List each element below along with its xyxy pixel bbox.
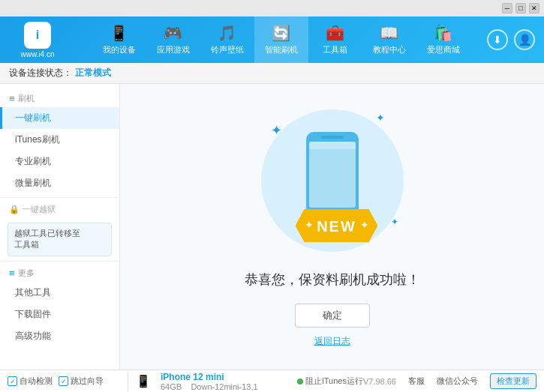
nav-mall-icon: 🛍️ [434, 24, 452, 42]
svg-text:✦: ✦ [359, 219, 368, 231]
svg-text:NEW: NEW [317, 218, 356, 235]
content-area: NEW ✦ ✦ ✦ ✦ ✦ 恭喜您，保资料刷机成功啦！ 确定 返回日志 [120, 84, 544, 370]
svg-rect-3 [321, 136, 344, 139]
nav-flash-label: 智能刷机 [265, 44, 298, 55]
version-text: V7.98.66 [363, 377, 396, 386]
itunes-status-label: 阻止iTunes运行 [305, 376, 363, 387]
nav-toolbox-icon: 🧰 [326, 24, 344, 42]
device-icon: 📱 [136, 374, 151, 388]
nav-device-label: 我的设备 [103, 44, 136, 55]
nav-apps-icon: 🎮 [164, 24, 182, 42]
green-dot-icon [297, 379, 303, 385]
nav-apps-games[interactable]: 🎮 应用游戏 [146, 16, 200, 63]
sparkle-3: ✦ [391, 217, 398, 227]
skip-wizard-check-icon: ✓ [59, 376, 68, 386]
user-button[interactable]: 👤 [514, 29, 535, 50]
sidebar-item-advanced[interactable]: 高级功能 [0, 325, 119, 347]
confirm-button[interactable]: 确定 [295, 304, 370, 328]
bottom-right: V7.98.66 客服 微信公众号 检查更新 [363, 373, 536, 389]
lock-icon: 🔒 [9, 205, 20, 214]
download-button[interactable]: ⬇ [487, 29, 508, 50]
status-bar: 设备连接状态： 正常模式 [0, 63, 544, 84]
customer-service-link[interactable]: 客服 [408, 376, 425, 387]
status-value: 正常模式 [75, 67, 111, 79]
sidebar-more-label: 更多 [18, 268, 35, 279]
nav-apps-label: 应用游戏 [157, 44, 190, 55]
sidebar-note: 越狱工具已转移至工具箱 [8, 223, 112, 256]
nav-ringtones[interactable]: 🎵 铃声壁纸 [200, 16, 254, 63]
nav-tutorial-label: 教程中心 [373, 44, 406, 55]
status-label: 设备连接状态： [9, 67, 72, 79]
nav-flash-icon: 🔄 [272, 24, 290, 42]
svg-text:✦: ✦ [304, 219, 313, 231]
sidebar-item-pro-flash[interactable]: 专业刷机 [0, 151, 119, 172]
sidebar-item-download-firmware[interactable]: 下载固件 [0, 304, 119, 325]
skip-wizard-label: 跳过向导 [71, 376, 104, 387]
nav-tutorial[interactable]: 📖 教程中心 [362, 16, 416, 63]
nav-toolbox-label: 工具箱 [323, 44, 347, 55]
device-details: 64GB Down-12mini-13,1 [161, 382, 297, 391]
maximize-button[interactable]: □ [515, 3, 526, 13]
title-bar: ─ □ ✕ [0, 0, 544, 16]
sparkle-2: ✦ [376, 112, 385, 124]
sidebar-section-jailbreak: 🔒 一键越狱 [0, 201, 119, 218]
phone-illustration: NEW ✦ ✦ ✦ ✦ ✦ [257, 106, 407, 256]
minimize-button[interactable]: ─ [502, 3, 512, 13]
success-message: 恭喜您，保资料刷机成功啦！ [245, 271, 420, 289]
nav-ringtones-icon: 🎵 [218, 24, 236, 42]
main-area: ≡ 刷机 一键刷机 iTunes刷机 专业刷机 微量刷机 🔒 一键越狱 越狱工具… [0, 84, 544, 370]
svg-rect-4 [309, 142, 356, 149]
sidebar-item-other-tools[interactable]: 其他工具 [0, 282, 119, 304]
device-name: iPhone 12 mini [161, 372, 297, 382]
flash-section-icon: ≡ [9, 93, 15, 104]
header: i www.i4.cn 📱 我的设备 🎮 应用游戏 🎵 铃声壁纸 🔄 智能刷机 … [0, 16, 544, 63]
sidebar-item-tiny-flash[interactable]: 微量刷机 [0, 172, 119, 194]
nav-smart-flash[interactable]: 🔄 智能刷机 [254, 16, 308, 63]
sidebar-divider-1 [0, 197, 119, 198]
nav-tutorial-icon: 📖 [380, 24, 398, 42]
close-button[interactable]: ✕ [529, 3, 539, 13]
sidebar-section-flash: ≡ 刷机 [0, 90, 119, 107]
nav-mall-label: 爱思商城 [427, 44, 460, 55]
device-info: iPhone 12 mini 64GB Down-12mini-13,1 [157, 372, 297, 391]
bottom-bar: ✓ 自动检测 ✓ 跳过向导 📱 iPhone 12 mini 64GB Down… [0, 370, 544, 392]
logo-area: i www.i4.cn [0, 22, 75, 58]
svg-rect-1 [309, 142, 356, 208]
nav-items: 📱 我的设备 🎮 应用游戏 🎵 铃声壁纸 🔄 智能刷机 🧰 工具箱 📖 教程中心… [75, 16, 487, 63]
sparkle-1: ✦ [271, 122, 282, 139]
skip-wizard-checkbox[interactable]: ✓ 跳过向导 [59, 376, 104, 387]
logo-icon: i [24, 22, 51, 49]
logo-text: www.i4.cn [20, 50, 54, 58]
header-right: ⬇ 👤 [487, 29, 544, 50]
nav-my-device[interactable]: 📱 我的设备 [92, 16, 146, 63]
nav-ringtones-label: 铃声壁纸 [211, 44, 244, 55]
more-section-icon: ≡ [9, 268, 15, 279]
auto-connect-checkbox[interactable]: ✓ 自动检测 [8, 376, 53, 387]
sidebar: ≡ 刷机 一键刷机 iTunes刷机 专业刷机 微量刷机 🔒 一键越狱 越狱工具… [0, 84, 120, 370]
sidebar-section-more: ≡ 更多 [0, 265, 119, 282]
sidebar-item-itunes-flash[interactable]: iTunes刷机 [0, 129, 119, 151]
bottom-left: ✓ 自动检测 ✓ 跳过向导 [8, 376, 128, 387]
nav-mall[interactable]: 🛍️ 爱思商城 [416, 16, 470, 63]
check-update-button[interactable]: 检查更新 [490, 373, 536, 389]
sidebar-item-one-click-flash[interactable]: 一键刷机 [0, 107, 119, 129]
nav-device-icon: 📱 [110, 24, 128, 42]
back-link[interactable]: 返回日志 [314, 335, 350, 348]
sidebar-section-flash-label: 刷机 [18, 93, 35, 104]
sidebar-divider-2 [0, 261, 119, 262]
wechat-public-link[interactable]: 微信公众号 [437, 376, 478, 387]
nav-toolbox[interactable]: 🧰 工具箱 [308, 16, 362, 63]
itunes-status: 阻止iTunes运行 [297, 376, 363, 387]
auto-connect-label: 自动检测 [20, 376, 53, 387]
auto-connect-check-icon: ✓ [8, 376, 17, 386]
sidebar-jailbreak-label: 一键越狱 [23, 204, 56, 215]
